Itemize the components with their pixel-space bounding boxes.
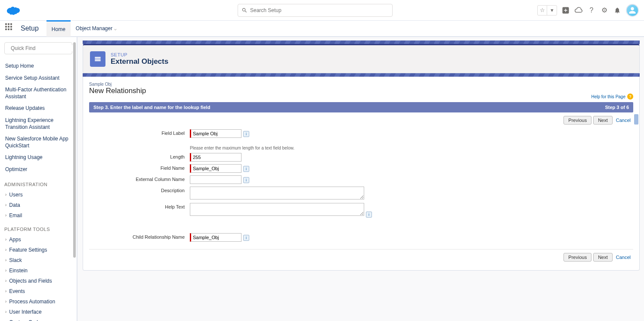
length-helper-text: Please enter the maximum length for a te… [190, 146, 294, 150]
info-icon[interactable]: i [243, 177, 249, 183]
setup-sidebar: Setup Home Service Setup Assistant Multi… [0, 37, 77, 321]
page-eyebrow: SETUP [111, 52, 168, 57]
global-search-input[interactable] [250, 7, 389, 13]
step-bar: Step 3. Enter the label and name for the… [89, 102, 633, 112]
sidebar-item[interactable]: ›Objects and Fields [4, 276, 72, 286]
chevron-right-icon: › [5, 247, 6, 252]
sidebar-heading: ADMINISTRATION [4, 182, 72, 187]
chevron-right-icon: › [5, 258, 6, 262]
salesforce-help-icon[interactable] [574, 6, 583, 15]
global-header: ☆ ▾ ? ⚙ [0, 0, 644, 21]
quick-find-input[interactable] [11, 45, 75, 51]
sidebar-item[interactable]: ›User Interface [4, 307, 72, 317]
scrollbar[interactable] [73, 42, 76, 258]
sidebar-item[interactable]: ›Users [4, 190, 72, 200]
help-for-page-link[interactable]: Help for this Page ? [591, 93, 634, 100]
info-icon[interactable]: i [243, 166, 249, 172]
search-icon [242, 7, 248, 13]
chevron-right-icon: › [5, 203, 6, 207]
drag-handle[interactable] [634, 114, 638, 125]
page-title: External Objects [111, 57, 168, 66]
help-link-label: Help for this Page [591, 94, 626, 99]
external-objects-icon [90, 51, 105, 67]
tab-object-manager[interactable]: Object Manager⌵ [71, 20, 122, 37]
previous-button[interactable]: Previous [564, 116, 591, 125]
chevron-right-icon: › [5, 299, 6, 304]
help-text-input[interactable] [190, 203, 364, 216]
chevron-down-icon: ⌵ [114, 26, 117, 31]
chevron-right-icon: › [5, 278, 6, 283]
favorite-dropdown-icon[interactable]: ▾ [547, 6, 557, 15]
sidebar-item[interactable]: ›Custom Code [4, 317, 72, 321]
description-label: Description [89, 185, 188, 202]
length-label: Length [89, 152, 188, 163]
sidebar-link[interactable]: Lightning Usage [4, 152, 72, 164]
cancel-link[interactable]: Cancel [614, 116, 632, 124]
form: Field Label i Please enter the maximum l… [89, 128, 633, 243]
sidebar-item[interactable]: ›Feature Settings [4, 245, 72, 255]
chevron-right-icon: › [5, 192, 6, 197]
sidebar-item[interactable]: ›Data [4, 200, 72, 210]
sidebar-heading: PLATFORM TOOLS [4, 227, 72, 232]
step-title: Step 3. Enter the label and name for the… [93, 105, 210, 110]
sidebar-link[interactable]: Setup Home [4, 60, 72, 72]
salesforce-logo [5, 4, 22, 16]
field-name-input[interactable] [190, 164, 242, 173]
tab-object-manager-label: Object Manager [76, 25, 112, 31]
sidebar-link[interactable]: New Salesforce Mobile App QuickStart [4, 133, 72, 152]
sidebar-item[interactable]: ›Events [4, 286, 72, 296]
sidebar-item[interactable]: ›Apps [4, 234, 72, 245]
tab-home[interactable]: Home [46, 20, 71, 37]
info-icon[interactable]: i [243, 235, 249, 241]
sidebar-link[interactable]: Service Setup Assistant [4, 72, 72, 84]
sidebar-item[interactable]: ›Slack [4, 255, 72, 265]
content-area: SETUP External Objects Sample Obj New Re… [77, 37, 644, 321]
next-button[interactable]: Next [593, 116, 613, 125]
breadcrumb: Sample Obj [89, 82, 146, 87]
field-name-label: Field Name [89, 163, 188, 174]
header-actions: ☆ ▾ ? ⚙ [537, 4, 639, 17]
field-label-input[interactable] [190, 129, 242, 138]
external-column-input[interactable] [190, 175, 242, 184]
previous-button[interactable]: Previous [564, 253, 591, 262]
length-input[interactable] [190, 153, 242, 162]
chevron-right-icon: › [5, 213, 6, 218]
help-text-label: Help Text [89, 202, 188, 219]
global-search[interactable] [238, 4, 393, 17]
app-launcher-icon[interactable] [5, 23, 15, 34]
field-label-label: Field Label [89, 128, 188, 139]
classic-setup-body: Sample Obj New Relationship Help for thi… [83, 77, 640, 271]
setup-gear-icon[interactable]: ⚙ [600, 6, 609, 15]
app-name: Setup [21, 25, 39, 32]
sidebar-item[interactable]: ›Process Automation [4, 296, 72, 307]
child-relationship-input[interactable] [190, 233, 242, 242]
sidebar-link[interactable]: Release Updates [4, 103, 72, 115]
sidebar-link[interactable]: Optimizer [4, 164, 72, 176]
chevron-right-icon: › [5, 309, 6, 314]
user-avatar[interactable] [626, 4, 639, 17]
chevron-right-icon: › [5, 268, 6, 273]
nav-bar: Setup Home Object Manager⌵ [0, 21, 644, 37]
favorite-star-icon[interactable]: ☆ [538, 6, 547, 15]
button-row-top: Previous Next Cancel [89, 112, 633, 128]
favorites-group: ☆ ▾ [537, 5, 557, 16]
tab-home-label: Home [52, 26, 65, 32]
child-relationship-label: Child Relationship Name [89, 232, 188, 243]
description-input[interactable] [190, 187, 364, 199]
notifications-bell-icon[interactable] [613, 6, 622, 15]
sidebar-link[interactable]: Multi-Factor Authentication Assistant [4, 84, 72, 103]
info-icon[interactable]: i [243, 131, 249, 137]
global-add-icon[interactable] [561, 6, 570, 15]
cancel-link[interactable]: Cancel [614, 253, 632, 261]
sidebar-link[interactable]: Lightning Experience Transition Assistan… [4, 115, 72, 133]
decorative-stripe [83, 41, 640, 44]
help-question-icon: ? [627, 93, 633, 100]
classic-page-title: New Relationship [89, 87, 146, 95]
sidebar-item[interactable]: ›Einstein [4, 265, 72, 276]
sidebar-item[interactable]: ›Email [4, 210, 72, 221]
next-button[interactable]: Next [593, 253, 613, 262]
button-row-bottom: Previous Next Cancel [89, 249, 633, 265]
quick-find[interactable] [4, 42, 72, 54]
info-icon[interactable]: i [366, 212, 372, 218]
help-question-icon[interactable]: ? [587, 6, 596, 15]
